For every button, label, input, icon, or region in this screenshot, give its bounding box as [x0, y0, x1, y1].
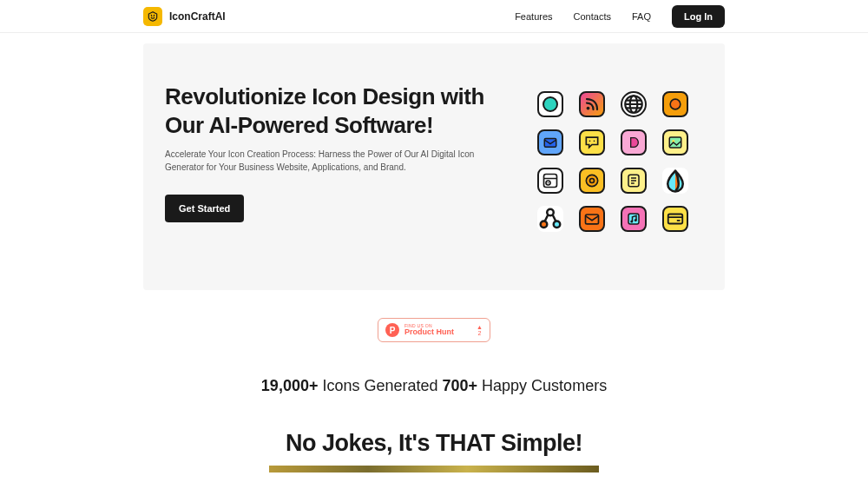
- sample-icon-nodes: [537, 206, 563, 232]
- sample-icon-rss: [579, 91, 605, 117]
- svg-point-0: [543, 97, 557, 111]
- svg-point-25: [554, 221, 561, 228]
- svg-point-1: [587, 107, 590, 110]
- stat-icons-count: 19,000+: [261, 377, 319, 394]
- brand-name: IconCraftAI: [169, 10, 226, 23]
- sample-icon-droplet: [662, 168, 688, 194]
- product-hunt-icon: P: [385, 323, 399, 337]
- hero-subtitle: Accelerate Your Icon Creation Process: H…: [165, 148, 503, 174]
- sample-icon-letter-d: [621, 129, 647, 155]
- nav-contacts[interactable]: Contacts: [574, 11, 611, 22]
- login-button[interactable]: Log In: [672, 5, 725, 28]
- sample-icon-music-note: [621, 206, 647, 232]
- svg-point-7: [670, 99, 681, 109]
- get-started-button[interactable]: Get Started: [165, 195, 244, 222]
- sample-icon-card: [662, 206, 688, 232]
- svg-rect-26: [586, 215, 599, 224]
- stat-customers-count: 700+: [443, 377, 478, 394]
- product-hunt-name: Product Hunt: [404, 328, 471, 336]
- sample-icon-image: [662, 129, 688, 155]
- hero-content: Revolutionize Icon Design with Our AI-Po…: [165, 83, 512, 222]
- svg-rect-13: [544, 175, 557, 188]
- sample-icon-globe: [621, 91, 647, 117]
- svg-point-17: [586, 175, 597, 186]
- product-hunt-text: FIND US ON Product Hunt: [404, 324, 471, 336]
- stat-icons-label: Icons Generated: [318, 377, 442, 394]
- header: IconCraftAI Features Contacts FAQ Log In: [0, 0, 868, 33]
- svg-point-16: [548, 182, 549, 184]
- sample-icon-list: [621, 168, 647, 194]
- sample-icon-target: [662, 91, 688, 117]
- product-hunt-badge[interactable]: P FIND US ON Product Hunt ▲2: [378, 318, 490, 342]
- svg-rect-27: [628, 214, 639, 224]
- sample-icon-circle: [537, 91, 563, 117]
- svg-point-28: [630, 221, 633, 223]
- svg-point-24: [541, 221, 548, 228]
- brand-logo-icon: [143, 7, 162, 26]
- svg-rect-30: [668, 215, 683, 224]
- nav-faq[interactable]: FAQ: [632, 11, 651, 22]
- icon-showcase-grid: [537, 91, 688, 232]
- product-hunt-upvote: ▲2: [477, 324, 483, 336]
- svg-point-10: [594, 141, 595, 142]
- svg-point-9: [589, 141, 591, 142]
- sample-icon-music-disc: [579, 168, 605, 194]
- nav: Features Contacts FAQ Log In: [515, 5, 725, 28]
- hero-title: Revolutionize Icon Design with Our AI-Po…: [165, 83, 512, 139]
- brand[interactable]: IconCraftAI: [143, 7, 226, 26]
- sample-icon-mail: [537, 129, 563, 155]
- simple-heading: No Jokes, It's THAT Simple!: [0, 430, 868, 457]
- nav-features[interactable]: Features: [515, 11, 552, 22]
- svg-point-29: [635, 219, 637, 221]
- sample-icon-envelope: [579, 206, 605, 232]
- hero: Revolutionize Icon Design with Our AI-Po…: [143, 43, 725, 290]
- stat-customers-label: Happy Customers: [477, 377, 607, 394]
- product-hunt-upvote-count: 2: [478, 330, 482, 336]
- sample-icon-radio: [537, 168, 563, 194]
- video-preview[interactable]: [269, 466, 599, 472]
- sample-icon-chat: [579, 129, 605, 155]
- svg-rect-8: [544, 139, 556, 148]
- stats-line: 19,000+ Icons Generated 700+ Happy Custo…: [0, 377, 868, 395]
